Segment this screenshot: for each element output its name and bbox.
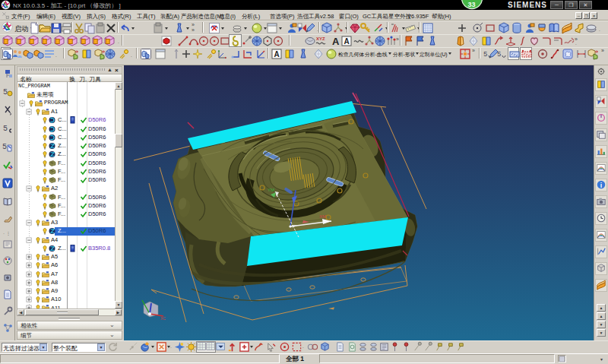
- svg-text:XC: XC: [160, 316, 166, 321]
- svg-text:XYZ: XYZ: [316, 36, 325, 41]
- svg-text:5: 5: [497, 51, 501, 59]
- svg-text:A: A: [344, 37, 350, 46]
- svg-text:5: 5: [3, 125, 8, 133]
- svg-text:YM: YM: [268, 188, 274, 192]
- svg-text:A: A: [332, 36, 340, 47]
- svg-text:A: A: [274, 50, 280, 59]
- svg-text:5: 5: [3, 88, 8, 97]
- svg-text:5: 5: [2, 143, 7, 151]
- svg-text:33: 33: [468, 1, 476, 8]
- svg-text:i: i: [600, 182, 602, 189]
- svg-text:XM: XM: [319, 214, 326, 219]
